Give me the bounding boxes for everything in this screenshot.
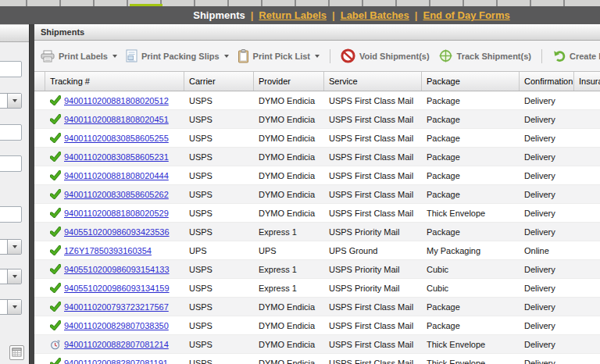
table-row[interactable]: 9400110200830858605262USPSDYMO EndiciaUS… [34, 185, 600, 204]
sidebar-input-4[interactable] [0, 206, 22, 223]
create-return-button[interactable]: Create Return [552, 49, 600, 62]
table-row[interactable]: 9400110200881808020512USPSDYMO EndiciaUS… [34, 91, 600, 110]
table-row[interactable]: 9405510200986093134159USPSExpress 1USPS … [34, 279, 600, 298]
tracking-link[interactable]: 9400110200830858605255 [64, 134, 169, 143]
service-cell: USPS First Class Mail [324, 340, 422, 349]
sidebar-select-1[interactable] [0, 93, 22, 109]
provider-cell: DYMO Endicia [254, 96, 324, 105]
toolbar-separator [541, 49, 542, 63]
carrier-cell: USPS [184, 171, 254, 180]
tracking-link[interactable]: 9400110200881808020512 [64, 96, 169, 105]
sidebar-select-4[interactable] [0, 299, 22, 315]
column-header-carrier[interactable]: Carrier [184, 72, 254, 91]
sidebar-input-2[interactable] [0, 124, 22, 141]
chevron-down-icon[interactable] [7, 300, 21, 314]
tab-strip-segments[interactable] [0, 0, 600, 6]
confirmation-cell: Delivery [520, 340, 574, 349]
sidebar-input-1[interactable] [0, 61, 22, 77]
tracking-link[interactable]: 1Z6Y17850393160354 [64, 246, 152, 255]
tracking-link[interactable]: 9400110200881808020444 [64, 171, 169, 180]
carrier-cell: USPS [184, 359, 254, 364]
print-pick-list-button[interactable]: Print Pick List [238, 49, 320, 63]
check-icon [50, 264, 61, 274]
chevron-down-icon[interactable] [7, 269, 21, 284]
tracking-link[interactable]: 9400110200882807081191 [64, 359, 168, 364]
tracking-link[interactable]: 9400110200882807081214 [64, 340, 169, 349]
carrier-cell: USPS [184, 152, 254, 162]
table-row[interactable]: 9400110200793723217567USPSDYMO EndiciaUS… [34, 298, 600, 316]
check-icon [50, 152, 61, 162]
dropdown-caret-icon[interactable] [112, 55, 117, 58]
chevron-down-icon[interactable] [7, 94, 21, 108]
tracking-link[interactable]: 9400110200881808020451 [64, 115, 169, 124]
print-packing-slips-button[interactable]: Print Packing Slips [126, 49, 229, 62]
provider-cell: Express 1 [254, 284, 324, 293]
tracking-cell: 1Z6Y17850393160354 [45, 245, 184, 255]
table-row[interactable]: 9400110200830858605255USPSDYMO EndiciaUS… [34, 129, 600, 148]
carrier-cell: USPS [184, 115, 254, 124]
service-cell: USPS First Class Mail [324, 321, 422, 330]
sidebar-select-3[interactable] [0, 269, 22, 284]
tracking-link[interactable]: 9400110200829807038350 [64, 321, 169, 330]
table-row[interactable]: 9405510200986093154133USPSExpress 1USPS … [34, 260, 600, 279]
column-header-insurance[interactable]: Insurance [574, 72, 600, 91]
dropdown-caret-icon[interactable] [315, 55, 320, 58]
sidebar-main-divider[interactable] [29, 24, 34, 364]
package-cell: Package [422, 190, 520, 199]
column-header-package[interactable]: Package [422, 72, 520, 91]
tracking-link[interactable]: 9405510200986093134159 [64, 284, 170, 293]
nav-tab-return-labels[interactable]: Return Labels [259, 9, 327, 21]
service-cell: USPS Priority Mail [324, 265, 422, 274]
tracking-link[interactable]: 9400110200793723217567 [64, 302, 169, 312]
provider-cell: UPS [254, 246, 324, 255]
sidebar-input-3[interactable] [0, 155, 22, 172]
nav-tab-shipments[interactable]: Shipments [193, 9, 245, 21]
table-row[interactable]: 9400110200882807081214USPSDYMO EndiciaUS… [34, 335, 600, 354]
sidebar-select-2[interactable] [0, 239, 22, 255]
void-shipment-s-button[interactable]: Void Shipment(s) [341, 48, 430, 63]
provider-cell: DYMO Endicia [254, 359, 324, 364]
column-header-confirmation[interactable]: Confirmation [520, 72, 574, 91]
confirmation-cell: Delivery [520, 96, 574, 105]
column-header-service[interactable]: Service [324, 72, 422, 91]
track-shipment-s-button[interactable]: Track Shipment(s) [438, 48, 531, 63]
table-row[interactable]: 9400110200881808020529USPSDYMO EndiciaUS… [34, 204, 600, 223]
carrier-cell: USPS [184, 96, 254, 105]
tracking-link[interactable]: 9405510200986093423536 [64, 227, 170, 237]
package-cell: Package [422, 115, 520, 124]
chevron-down-icon[interactable] [7, 240, 21, 254]
confirmation-cell: Delivery [520, 209, 574, 218]
toolbar-button-label: Print Pick List [253, 52, 310, 61]
table-row[interactable]: 9400110200881808020444USPSDYMO EndiciaUS… [34, 166, 600, 185]
tracking-cell: 9405510200986093134159 [45, 283, 184, 293]
table-row[interactable]: 9400110200830858605231USPSDYMO EndiciaUS… [34, 148, 600, 166]
toolbar: Print LabelsPrint Packing SlipsPrint Pic… [34, 41, 600, 71]
tracking-link[interactable]: 9405510200986093154133 [64, 265, 170, 274]
nav-tab-label-batches[interactable]: Label Batches [341, 9, 409, 21]
table-row[interactable]: 9400110200881808020451USPSDYMO EndiciaUS… [34, 110, 600, 129]
table-row[interactable]: 9400110200882807081191USPSDYMO EndiciaUS… [34, 354, 600, 364]
carrier-cell: USPS [184, 227, 254, 237]
column-header-tracking[interactable]: Tracking # [45, 72, 184, 91]
tracking-link[interactable]: 9400110200881808020529 [64, 209, 169, 218]
print-labels-button[interactable]: Print Labels [41, 50, 117, 62]
carrier-cell: UPS [184, 246, 254, 255]
nav-tab-end-of-day-forms[interactable]: End of Day Forms [423, 9, 509, 21]
column-header-provider[interactable]: Provider [254, 72, 324, 91]
tracking-link[interactable]: 9400110200830858605262 [64, 190, 169, 199]
confirmation-cell: Delivery [520, 302, 574, 312]
carrier-cell: USPS [184, 265, 254, 274]
table-row[interactable]: 9405510200986093423536USPSExpress 1USPS … [34, 223, 600, 241]
provider-cell: DYMO Endicia [254, 152, 324, 162]
date-picker-button[interactable] [9, 345, 24, 360]
confirmation-cell: Online [520, 246, 574, 255]
tracking-cell: 9400110200882807081191 [45, 358, 184, 364]
dropdown-caret-icon[interactable] [224, 55, 229, 58]
table-row[interactable]: 9400110200829807038350USPSDYMO EndiciaUS… [34, 316, 600, 335]
table-row[interactable]: 1Z6Y17850393160354UPSUPSUPS GroundMy Pac… [34, 241, 600, 260]
confirmation-cell: Delivery [520, 284, 574, 293]
service-cell: USPS First Class Mail [324, 134, 422, 143]
tracking-cell: 9400110200793723217567 [45, 302, 184, 312]
check-icon [50, 114, 61, 124]
tracking-link[interactable]: 9400110200830858605231 [64, 152, 169, 162]
